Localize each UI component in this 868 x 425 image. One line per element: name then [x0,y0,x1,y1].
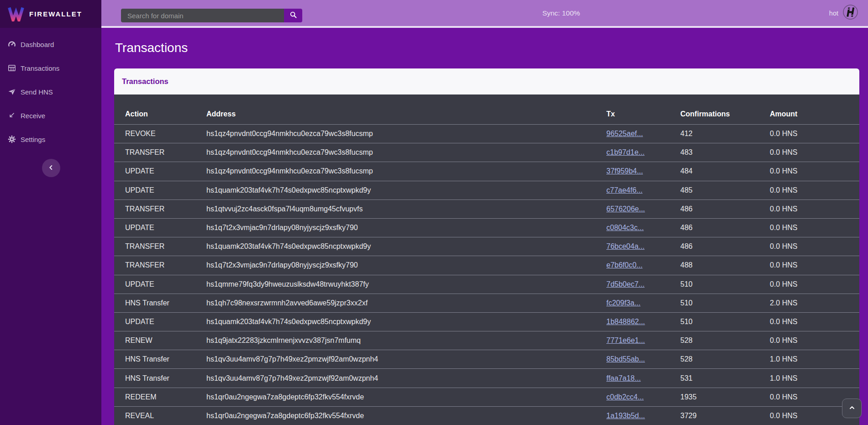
main-content: Transactions Transactions Action Address… [101,28,868,425]
table-row: UPDATE hs1qmme79fq3dy9hweuzuslksdw48trwu… [114,275,859,294]
table-row: HNS Transfer hs1qv3uu4amv87g7p7h49xez2pm… [114,350,859,369]
cell-action: REVOKE [125,130,206,138]
cell-confirmations: 486 [680,205,770,213]
cell-address: hs1qz4pnvdnt0ccg94nmkhcu0ezca79wc3s8fucs… [206,148,606,157]
table-row: REVEAL hs1qr0au2ngegwa7za8gdeptc6fp32fkv… [114,407,859,425]
cell-action: REDEEM [125,393,206,401]
table-row: UPDATE hs1qz4pnvdnt0ccg94nmkhcu0ezca79wc… [114,162,859,181]
cell-amount: 0.0 HNS [770,318,848,326]
cell-confirmations: 486 [680,242,770,251]
tx-link[interactable]: c0804c3c... [606,224,644,231]
sidebar-item-dashboard[interactable]: Dashboard [0,32,101,56]
cell-action: HNS Transfer [125,299,206,307]
table-row: REDEEM hs1qr0au2ngegwa7za8gdeptc6fp32fkv… [114,388,859,407]
tx-link[interactable]: 85bd55ab... [606,355,645,363]
table-row: TRANSFER hs1q7t2x3vmjac9n7drlapy08nyjysc… [114,256,859,275]
domain-search-button[interactable] [284,9,302,22]
tx-link[interactable]: 6576206e... [606,205,645,213]
table-row: UPDATE hs1quamk203taf4vk7h74s0edxpwc85nc… [114,313,859,331]
tx-link[interactable]: 7771e6e1... [606,336,645,344]
topbar: Sync: 100% hot [101,0,868,28]
cell-amount: 2.0 HNS [770,299,848,307]
tx-link[interactable]: 37f959b4... [606,167,643,175]
table-row: REVOKE hs1qz4pnvdnt0ccg94nmkhcu0ezca79wc… [114,125,859,143]
cell-address: hs1qv3uu4amv87g7p7h49xez2pmzwjf92am0wzpn… [206,374,606,383]
col-header-address: Address [206,110,606,118]
cell-address: hs1qmme79fq3dy9hweuzuslksdw48trwuyhkt387… [206,280,606,289]
cell-confirmations: 510 [680,318,770,326]
domain-search [121,9,302,22]
cell-confirmations: 531 [680,374,770,383]
cell-address: hs1qz4pnvdnt0ccg94nmkhcu0ezca79wc3s8fucs… [206,130,606,138]
cell-confirmations: 3729 [680,412,770,420]
cell-address: hs1qz4pnvdnt0ccg94nmkhcu0ezca79wc3s8fucs… [206,167,606,175]
brand-name: FIREWALLET [29,10,82,18]
cell-address: hs1q7t2x3vmjac9n7drlapy08nyjyscjz9xsfky7… [206,261,606,269]
sidebar-item-label: Receive [21,112,45,120]
send-plane-icon [8,88,16,96]
sidebar-collapse-button[interactable] [42,159,60,177]
sidebar-nav: Dashboard Transactions Send HNS Receive [0,32,101,151]
cell-confirmations: 484 [680,167,770,175]
tx-link[interactable]: fc209f3a... [606,299,641,307]
cell-action: TRANSFER [125,205,206,213]
cell-address: hs1q9jatx22283jzkcmlrnenjxvvzv387jsn7mfu… [206,336,606,345]
tx-link[interactable]: c1b97d1e... [606,148,645,156]
cell-address: hs1qh7c98nexsrzwrmnh2avved6awe59jzpr3xx2… [206,299,606,307]
tx-link[interactable]: 1b848862... [606,318,645,325]
cell-amount: 0.0 HNS [770,280,848,289]
col-header-action: Action [125,110,206,118]
cell-confirmations: 528 [680,336,770,345]
cell-amount: 0.0 HNS [770,224,848,232]
table-header-row: Action Address Tx Confirmations Amount [114,94,859,125]
cell-address: hs1qr0au2ngegwa7za8gdeptc6fp32fkv554fxrv… [206,393,606,401]
cell-confirmations: 510 [680,299,770,307]
sidebar-item-label: Settings [21,136,45,143]
tx-link[interactable]: ffaa7a18... [606,374,641,382]
tx-link[interactable]: e7b6f0c0... [606,261,642,269]
sidebar-item-receive[interactable]: Receive [0,104,101,127]
cell-action: HNS Transfer [125,355,206,363]
handshake-logo-icon[interactable] [843,5,858,21]
search-icon [289,11,297,20]
table-row: TRANSFER hs1qtvvuj2zc4asck0fspa7l4uqm8um… [114,200,859,219]
page-title: Transactions [115,41,188,55]
gear-icon [8,135,16,143]
wallet-switcher: hot [829,0,858,26]
transactions-table: Action Address Tx Confirmations Amount R… [114,94,859,425]
cell-action: TRANSFER [125,242,206,251]
chevron-up-icon [848,404,856,413]
sidebar-brand[interactable]: FIREWALLET [0,0,101,28]
table-row: UPDATE hs1q7t2x3vmjac9n7drlapy08nyjyscjz… [114,219,859,237]
tx-link[interactable]: c77ae4f6... [606,186,642,194]
cell-confirmations: 528 [680,355,770,363]
cell-confirmations: 485 [680,186,770,194]
cell-confirmations: 412 [680,130,770,138]
card-header: Transactions [114,68,859,94]
tx-link[interactable]: 7d5b0ec7... [606,280,645,288]
sidebar-item-settings[interactable]: Settings [0,127,101,151]
cell-confirmations: 510 [680,280,770,289]
cell-amount: 1.0 HNS [770,374,848,383]
cell-amount: 0.0 HNS [770,336,848,345]
cell-action: RENEW [125,336,206,345]
cell-amount: 0.0 HNS [770,130,848,138]
sidebar-item-label: Send HNS [21,88,53,96]
sidebar-item-label: Transactions [21,64,59,72]
tx-link[interactable]: 1a193b5d... [606,412,645,420]
cell-address: hs1qtvvuj2zc4asck0fspa7l4uqm8umg45cfvupv… [206,205,606,213]
tx-link[interactable]: c0db2cc4... [606,393,644,401]
sidebar-item-send-hns[interactable]: Send HNS [0,80,101,104]
scroll-to-top-button[interactable] [842,399,862,418]
domain-search-input[interactable] [121,9,284,22]
tx-link[interactable]: 76bce04a... [606,242,645,250]
cell-confirmations: 486 [680,224,770,232]
cell-action: TRANSFER [125,148,206,157]
sidebar: FIREWALLET Dashboard Transactions Send H… [0,0,101,425]
cell-address: hs1quamk203taf4vk7h74s0edxpwc85ncptxwpkd… [206,242,606,251]
cell-address: hs1qr0au2ngegwa7za8gdeptc6fp32fkv554fxrv… [206,412,606,420]
sidebar-item-transactions[interactable]: Transactions [0,56,101,80]
col-header-confirmations: Confirmations [680,110,770,118]
sidebar-item-label: Dashboard [21,41,54,48]
tx-link[interactable]: 96525aef... [606,130,643,137]
